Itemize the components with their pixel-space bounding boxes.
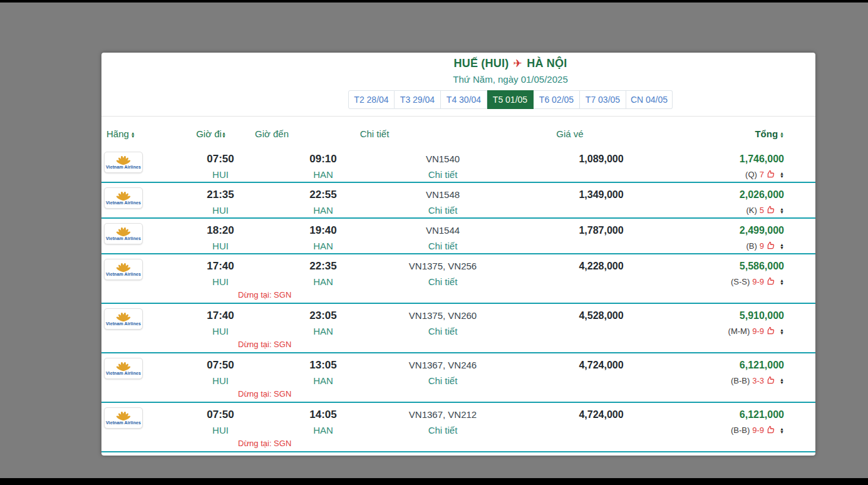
stop-note: Dừng tại: SGN <box>238 290 291 300</box>
date-tab[interactable]: T2 28/04 <box>348 90 395 109</box>
fare-price: 4,724,000 <box>504 358 699 373</box>
detail-cell: VN1375, VN256 Chi tiết <box>382 259 504 303</box>
flight-row: Vietnam Airlines 07:50 HUI 09:10 HAN VN1… <box>101 147 815 183</box>
thumbs-up-icon <box>767 425 775 434</box>
airline-name: Vietnam Airlines <box>106 321 141 326</box>
fare-options-toggle[interactable]: ▲▼ <box>780 172 784 178</box>
thumbs-up-icon <box>767 170 775 179</box>
vietnam-airlines-logo: Vietnam Airlines <box>104 223 143 244</box>
fare-price: 4,528,000 <box>504 308 699 323</box>
vietnam-airlines-logo: Vietnam Airlines <box>104 187 143 209</box>
vietnam-airlines-lotus-icon <box>114 313 133 321</box>
detail-link[interactable]: Chi tiết <box>428 202 458 218</box>
flight-numbers: VN1367, VN212 <box>382 407 504 422</box>
total-cell: 6,121,000 (B-B) 3-3 ▲▼ <box>699 358 815 402</box>
detail-cell: VN1548 Chi tiết <box>382 187 504 218</box>
price-cell: 4,528,000 <box>504 308 699 352</box>
arrive-airport-code: HAN <box>264 274 382 289</box>
column-header-total[interactable]: Tổng▲▼ <box>699 128 815 139</box>
depart-time: 17:40 <box>177 308 264 323</box>
depart-airport-code: HUI <box>177 202 264 218</box>
arrive-airport-code: HAN <box>264 167 382 182</box>
airline-name: Vietnam Airlines <box>106 420 141 425</box>
airline-cell: Vietnam Airlines <box>101 407 177 451</box>
date-tab[interactable]: T5 01/05 <box>487 90 534 109</box>
arrive-time: 23:05 <box>264 308 382 323</box>
fare-info-line: (Q) 7 ▲▼ <box>699 167 784 182</box>
airline-cell: Vietnam Airlines <box>101 152 177 182</box>
arrive-airport-code: HAN <box>264 323 382 339</box>
date-tab[interactable]: T6 02/05 <box>534 90 580 109</box>
vietnam-airlines-logo: Vietnam Airlines <box>104 407 143 429</box>
table-header-row: Hãng▲▼ Giờ đi▲▼ Giờ đến Chi tiết Giá vé … <box>101 117 815 147</box>
detail-link[interactable]: Chi tiết <box>428 323 458 339</box>
flight-row: Vietnam Airlines 07:50 HUI 14:05 HAN VN1… <box>101 403 815 452</box>
stop-note: Dừng tại: SGN <box>238 389 291 399</box>
detail-link[interactable]: Chi tiết <box>428 274 458 289</box>
arrive-cell: 19:40 HAN <box>264 223 382 254</box>
fare-options-toggle[interactable]: ▲▼ <box>780 279 784 285</box>
vietnam-airlines-logo: Vietnam Airlines <box>104 358 143 379</box>
vietnam-airlines-lotus-icon <box>114 412 133 420</box>
top-black-strip <box>0 0 868 3</box>
fare-info-line: (S-S) 9-9 ▲▼ <box>699 274 784 289</box>
detail-cell: VN1540 Chi tiết <box>382 152 504 182</box>
fare-options-toggle[interactable]: ▲▼ <box>780 243 784 249</box>
arrive-airport-code: HAN <box>264 202 382 218</box>
fare-class: (K) <box>746 202 757 218</box>
seats-left: 9-9 <box>752 323 764 339</box>
thumbs-up-icon <box>767 277 775 286</box>
flight-row: Vietnam Airlines 17:40 HUI 23:05 HAN VN1… <box>101 304 815 353</box>
column-header-airline[interactable]: Hãng▲▼ <box>101 128 177 139</box>
date-subtitle: Thứ Năm, ngày 01/05/2025 <box>205 74 815 85</box>
route-from: HUẾ (HUI) <box>454 57 509 70</box>
airline-cell: Vietnam Airlines <box>101 187 177 218</box>
detail-link[interactable]: Chi tiết <box>428 373 458 389</box>
arrive-time: 22:55 <box>264 187 382 202</box>
vietnam-airlines-lotus-icon <box>114 362 133 371</box>
fare-price: 1,787,000 <box>504 223 699 238</box>
airline-name: Vietnam Airlines <box>106 272 141 276</box>
date-tab[interactable]: T3 29/04 <box>395 90 441 109</box>
flight-numbers: VN1375, VN256 <box>382 259 504 274</box>
airline-name: Vietnam Airlines <box>106 201 141 205</box>
fare-options-toggle[interactable]: ▲▼ <box>780 328 784 335</box>
total-cell: 2,026,000 (K) 5 ▲▼ <box>699 187 815 218</box>
stop-note: Dừng tại: SGN <box>238 439 291 448</box>
airline-cell: Vietnam Airlines <box>101 308 177 352</box>
vietnam-airlines-lotus-icon <box>114 156 133 165</box>
depart-time: 07:50 <box>177 407 264 422</box>
fare-price: 4,228,000 <box>504 259 699 274</box>
date-tab[interactable]: CN 04/05 <box>626 90 673 109</box>
thumbs-up-icon <box>767 241 775 250</box>
vietnam-airlines-lotus-icon <box>114 263 133 272</box>
seats-left: 7 <box>760 167 764 182</box>
depart-airport-code: HUI <box>177 167 264 182</box>
flight-results-panel: HUẾ (HUI) ✈ HÀ NỘI Thứ Năm, ngày 01/05/2… <box>101 53 815 456</box>
fare-options-toggle[interactable]: ▲▼ <box>780 207 784 214</box>
detail-link[interactable]: Chi tiết <box>428 422 458 438</box>
detail-link[interactable]: Chi tiết <box>428 167 458 182</box>
total-price: 5,910,000 <box>699 308 784 323</box>
arrive-airport-code: HAN <box>264 373 382 389</box>
fare-options-toggle[interactable]: ▲▼ <box>780 378 784 384</box>
flight-rows: Vietnam Airlines 07:50 HUI 09:10 HAN VN1… <box>101 147 815 452</box>
depart-time: 21:35 <box>177 187 264 202</box>
thumbs-up-icon <box>767 326 775 335</box>
vietnam-airlines-logo: Vietnam Airlines <box>104 259 143 280</box>
date-tab[interactable]: T4 30/04 <box>441 90 487 109</box>
fare-class: (B-B) <box>731 422 750 438</box>
fare-class: (Q) <box>745 167 757 182</box>
depart-airport-code: HUI <box>177 274 264 289</box>
arrive-time: 22:35 <box>264 259 382 274</box>
fare-options-toggle[interactable]: ▲▼ <box>780 427 784 434</box>
date-tab[interactable]: T7 03/05 <box>580 90 626 109</box>
arrive-cell: 22:55 HAN <box>264 187 382 218</box>
detail-link[interactable]: Chi tiết <box>428 238 458 254</box>
flight-numbers: VN1540 <box>382 152 504 167</box>
price-cell: 1,089,000 <box>504 152 699 182</box>
fare-info-line: (M-M) 9-9 ▲▼ <box>699 323 784 339</box>
fare-info-line: (B) 9 ▲▼ <box>699 238 784 254</box>
column-header-arrive: Giờ đến <box>213 128 331 139</box>
airline-name: Vietnam Airlines <box>106 165 141 169</box>
